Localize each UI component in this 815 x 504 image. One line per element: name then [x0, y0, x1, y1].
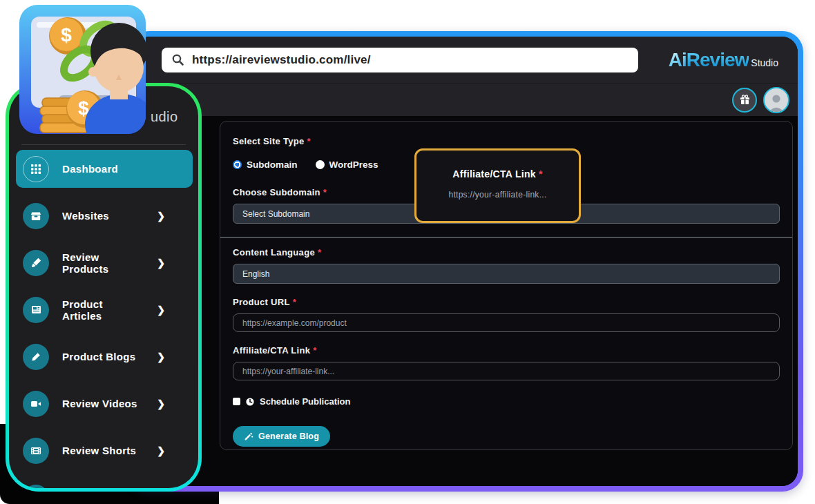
affiliate-link-label: Affiliate/CTA Link* [233, 345, 780, 356]
sidebar: udio Dashboard Websites ❯ Review [6, 83, 202, 492]
chevron-right-icon: ❯ [157, 258, 165, 269]
sidebar-item-product-articles[interactable]: Product Articles ❯ [16, 291, 193, 329]
browser-topbar: https://aireviewstudio.com/live/ AiRevie… [134, 37, 798, 83]
schedule-checkbox[interactable] [233, 398, 240, 405]
url-text: https://aireviewstudio.com/live/ [192, 53, 371, 67]
affiliate-link-input[interactable] [233, 362, 780, 380]
gift-icon [739, 94, 751, 106]
gift-button[interactable] [732, 88, 757, 113]
sidebar-item-websites[interactable]: Websites ❯ [16, 197, 193, 235]
paintbrush-icon [23, 250, 49, 276]
required-asterisk: * [539, 168, 543, 180]
article-icon [23, 297, 49, 323]
generate-blog-button[interactable]: Generate Blog [233, 426, 330, 447]
required-asterisk: * [313, 345, 316, 356]
film-strip-icon [23, 438, 49, 464]
chevron-right-icon: ❯ [157, 445, 165, 456]
pencil-icon [23, 344, 49, 370]
brand-logo-studio: Studio [751, 57, 778, 68]
page: https://aireviewstudio.com/live/ AiRevie… [0, 0, 815, 504]
required-asterisk: * [293, 297, 296, 307]
radio-wordpress[interactable]: WordPress [316, 159, 378, 170]
sidebar-nav: Dashboard Websites ❯ Review Products ❯ [16, 150, 193, 492]
product-url-input[interactable] [233, 313, 780, 332]
app-header [134, 83, 798, 116]
search-icon [171, 53, 184, 66]
svg-text:$: $ [61, 24, 72, 46]
required-asterisk: * [318, 247, 321, 258]
brand-logo-review: Review [687, 49, 749, 71]
sidebar-logo-fragment: udio [151, 109, 178, 125]
url-bar[interactable]: https://aireviewstudio.com/live/ [162, 48, 638, 72]
sidebar-item-review-products[interactable]: Review Products ❯ [16, 244, 193, 282]
required-asterisk: * [323, 187, 327, 197]
schedule-label: Schedule Publication [260, 396, 350, 407]
required-asterisk: * [307, 136, 311, 146]
brand-logo: AiReviewStudio [669, 49, 778, 71]
sidebar-item-review-videos[interactable]: Review Videos ❯ [16, 385, 193, 423]
sidebar-divider [21, 144, 186, 145]
grid-icon [23, 156, 49, 182]
affiliate-marketing-3d-illustration: $ $ [17, 3, 148, 135]
content-language-label: Content Language* [233, 247, 780, 258]
affiliate-link-zoom-callout: Affiliate/CTA Link* https://your-affilia… [414, 148, 581, 223]
section-divider [220, 237, 792, 238]
radio-subdomain[interactable]: Subdomain [233, 159, 298, 170]
brand-logo-ai: Ai [669, 49, 687, 71]
sidebar-item-review-shorts[interactable]: Review Shorts ❯ [16, 432, 193, 469]
chevron-right-icon: ❯ [157, 304, 165, 316]
sidebar-item-dashboard[interactable]: Dashboard [16, 150, 193, 188]
chevron-right-icon: ❯ [157, 211, 165, 222]
product-url-label: Product URL* [233, 297, 780, 307]
site-type-label: Select Site Type* [233, 136, 780, 146]
callout-placeholder-text: https://your-affiliate-link... [448, 190, 546, 200]
person-icon [766, 91, 787, 112]
radio-unselected-icon [316, 160, 325, 169]
radio-selected-icon [233, 160, 242, 169]
clock-icon [245, 397, 255, 407]
chevron-right-icon: ❯ [157, 398, 165, 409]
chevron-right-icon: ❯ [157, 351, 165, 362]
video-camera-icon [23, 391, 49, 417]
callout-title: Affiliate/CTA Link* [452, 168, 542, 180]
schedule-publication-row: Schedule Publication [233, 396, 780, 407]
sidebar-item-partial[interactable] [16, 478, 193, 492]
user-avatar[interactable] [763, 87, 789, 113]
language-select[interactable]: English [233, 264, 780, 284]
magic-wand-icon [244, 432, 253, 441]
storefront-icon [23, 203, 49, 229]
sidebar-item-product-blogs[interactable]: Product Blogs ❯ [16, 338, 193, 376]
